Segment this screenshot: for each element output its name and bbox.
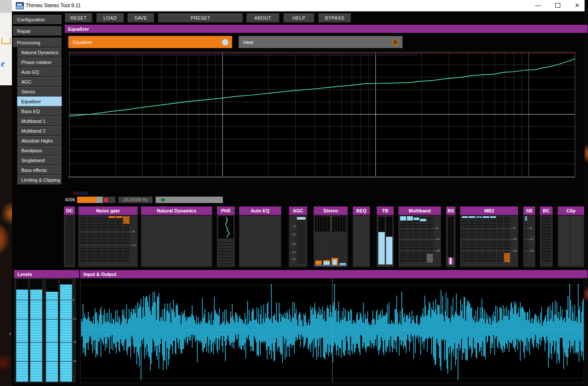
sidebar-item-bass-eq[interactable]: Bass EQ [17, 106, 62, 116]
meter-panel-title: MB2 [484, 208, 494, 213]
green-slider-handle[interactable] [161, 198, 165, 201]
sidebar-item-label: Natural Dynamics [21, 50, 58, 55]
mb2-meter-bottom-block [504, 253, 510, 262]
multiband-meter-bottom-block [427, 254, 433, 262]
sidebar-item-equalizer[interactable]: Equalizer [17, 96, 62, 106]
sidebar-item-bass-effects[interactable]: Bass effects [17, 165, 62, 175]
meter-panel-title: BS [447, 208, 454, 213]
sidebar-item-multiband-1[interactable]: Multiband 1 [17, 116, 62, 126]
clip-panel-header: Clip [558, 206, 584, 215]
agc-meter-column [297, 217, 306, 264]
sidebar-item-label: Bass EQ [21, 109, 40, 114]
reset-button[interactable]: RESET [65, 13, 92, 23]
sidebar-item-limiting-clipping[interactable]: Limiting & Clipping [17, 175, 62, 185]
sidebar-item-singleband[interactable]: Singleband [17, 155, 62, 165]
sidebar-item-phase-rotation[interactable]: Phase rotation [17, 57, 62, 67]
levels-panel-header: Levels [14, 270, 79, 278]
sidebar-item-agc[interactable]: AGC [17, 77, 62, 87]
meter-panel-title: Natural Dynamics [157, 208, 196, 213]
stereo-meter-bar [315, 261, 322, 265]
meter-panel-title: PhR [221, 208, 231, 213]
phr-trace-svg [218, 216, 233, 238]
agc-scale-label: -30 [290, 258, 296, 261]
maximize-button[interactable] [548, 0, 567, 11]
noise_gate-scale-gridline [80, 232, 135, 232]
load-button[interactable]: LOAD [96, 13, 124, 23]
noise_gate-meter-cap [116, 216, 122, 218]
hear-indicator-icon[interactable] [392, 39, 399, 46]
toggle-indicator-icon[interactable] [222, 39, 228, 45]
minimize-button[interactable]: — [528, 0, 548, 11]
phr-trace-area [218, 216, 233, 238]
mb2-panel-header: MB2 [460, 206, 518, 215]
agc-panel-body: -6-12-18-24-30 [289, 215, 307, 267]
window-titlebar[interactable]: Thimeo Stereo Tool 9.11 — ✕ [12, 0, 585, 12]
mb2-scale-gridline [462, 228, 516, 229]
desktop-taskbar-fragment [0, 0, 12, 13]
mb2-meter-cap [476, 216, 482, 218]
levels-scale-label: -24 [72, 360, 77, 363]
stereo-panel-body [314, 215, 348, 267]
equalizer-enable-toggle[interactable]: Equalizer [68, 36, 232, 48]
tb-meter-column [386, 217, 392, 264]
levels-scale-label: -12 [72, 317, 77, 321]
io-panel-title: Input & Output [84, 272, 116, 277]
agc-meter-cap [297, 217, 306, 220]
sidebar-item-stereo[interactable]: Stereo [17, 87, 62, 96]
stereo-meter-bar [323, 261, 330, 265]
agc-scale-label: -12 [290, 233, 296, 236]
auto_eq-panel-header: Auto EQ [239, 206, 281, 215]
sidebar-item-bandpass[interactable]: Bandpass [17, 145, 62, 155]
desktop-background-right [585, 0, 588, 386]
preset-button[interactable]: PRESET [158, 13, 243, 23]
mb2-scale-label: -12 [512, 238, 517, 241]
sidebar-item-natural-dynamics[interactable]: Natural Dynamics [17, 47, 62, 57]
sidebar-item-multiband-2[interactable]: Multiband 2 [17, 126, 62, 136]
sidebar-item-label: Multiband 1 [21, 119, 46, 124]
bypass-button[interactable]: BYPASS [318, 13, 351, 23]
noise_gate-meter-column [123, 216, 130, 262]
levels-gridline [16, 361, 72, 362]
levels-scale-label: -6 [72, 298, 75, 302]
natural_dynamics-panel-header: Natural Dynamics [141, 206, 212, 215]
clip-meter-column [559, 216, 569, 265]
sidebar-item-processing[interactable]: Processing [13, 38, 62, 47]
meter-panel-title: Auto EQ [251, 208, 270, 213]
noise_gate-meter-column [116, 216, 122, 262]
tb-panel-header: TB [377, 206, 394, 215]
app-screen: e Thimeo Stereo Tool 9.11 — ✕ Configurat… [0, 0, 588, 386]
help-button[interactable]: HELP [283, 13, 314, 23]
stereo-phase-display [315, 216, 346, 232]
window-title: Thimeo Stereo Tool 9.11 [26, 3, 81, 9]
sidebar-item-repair[interactable]: Repair [13, 26, 62, 36]
levels-gridline [16, 342, 72, 342]
noise_gate-meter-cap [123, 216, 130, 224]
mb2-panel-body: -6-12-18 [460, 215, 518, 267]
stereo-meter-column [331, 234, 338, 265]
levels-meter-fill [30, 290, 42, 382]
meter-panel-title: Noise gate [96, 208, 120, 213]
sidebar-item-auto-eq[interactable]: Auto EQ [17, 67, 62, 77]
bs-meter-column [448, 217, 454, 264]
sidebar-item-label: Repair [17, 29, 31, 34]
sidebar-item-absolute-highs[interactable]: Absolute Highs [17, 136, 62, 145]
stereo-meter-bar-inner [333, 260, 337, 265]
about-button[interactable]: ABOUT [246, 13, 280, 23]
hear-toggle[interactable]: Hear [239, 36, 403, 48]
sidebar-item-configuration[interactable]: Configuration [13, 15, 62, 24]
equalizer-section-header: Equalizer [65, 25, 588, 33]
green-slider[interactable] [156, 197, 223, 203]
noise_gate-meter-cap [109, 216, 115, 218]
dc-meter-column [66, 216, 73, 265]
equalizer-section-title: Equalizer [68, 26, 89, 32]
meter-panel-title: DC [66, 208, 73, 213]
equalizer-toggle-label: Equalizer [73, 40, 92, 45]
beq-meter-area [354, 216, 369, 265]
save-button[interactable]: SAVE [127, 13, 154, 23]
equalizer-curve-graph[interactable] [69, 52, 575, 177]
close-button[interactable]: ✕ [568, 0, 587, 11]
sidebar-item-label: Stereo [21, 89, 35, 94]
red-slider[interactable] [103, 197, 115, 203]
red-slider-handle[interactable] [104, 198, 108, 202]
io-panel-header: Input & Output [80, 270, 588, 278]
